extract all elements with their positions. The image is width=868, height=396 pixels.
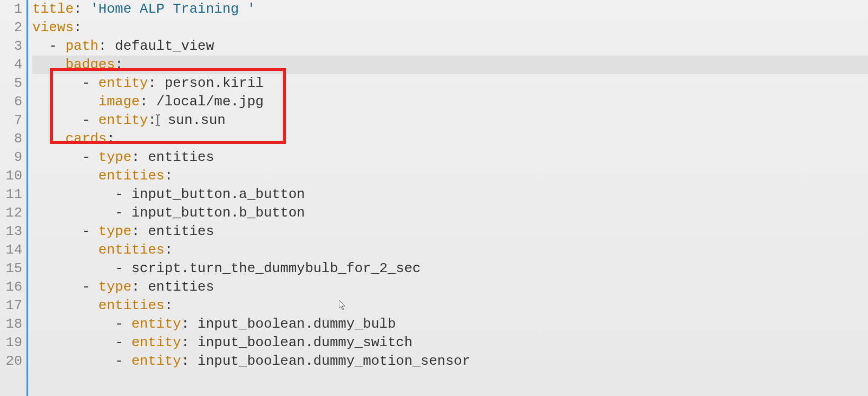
line-number: 6 bbox=[0, 93, 22, 111]
token-punct: : bbox=[131, 279, 148, 295]
line-number-gutter: 1234567891011121314151617181920 bbox=[0, 0, 26, 396]
token-key: image bbox=[99, 94, 140, 110]
token-key: entity bbox=[131, 353, 181, 369]
line-number: 19 bbox=[0, 334, 22, 352]
token-key: type bbox=[99, 223, 131, 239]
line-number: 4 bbox=[0, 56, 22, 74]
token-punct: - bbox=[49, 38, 65, 54]
code-line[interactable]: entities: bbox=[32, 296, 868, 315]
token-punct: : bbox=[165, 298, 173, 313]
token-punct: : bbox=[131, 149, 148, 165]
line-number: 3 bbox=[0, 37, 22, 56]
code-line[interactable]: - path: default_view bbox=[32, 37, 868, 56]
token-punct: - bbox=[115, 335, 131, 350]
token-plain: entities bbox=[148, 279, 214, 295]
line-number: 20 bbox=[0, 352, 22, 371]
line-number: 12 bbox=[0, 204, 22, 222]
token-plain: default_view bbox=[115, 38, 214, 54]
line-number: 5 bbox=[0, 74, 22, 93]
token-plain: sun.sun bbox=[168, 112, 226, 128]
code-line[interactable]: - input_button.b_button bbox=[32, 204, 868, 222]
token-punct: : bbox=[181, 316, 198, 332]
token-punct: - bbox=[82, 112, 99, 128]
token-punct bbox=[159, 112, 168, 128]
line-number: 17 bbox=[0, 296, 22, 315]
line-number: 8 bbox=[0, 130, 22, 148]
token-plain: input_button.a_button bbox=[131, 186, 305, 202]
code-line[interactable]: - entity: person.kiril bbox=[32, 74, 868, 93]
token-punct: : bbox=[140, 94, 156, 110]
token-key: entity bbox=[99, 75, 148, 91]
code-line[interactable]: - input_button.a_button bbox=[32, 185, 868, 204]
token-punct: : bbox=[74, 1, 90, 17]
code-line[interactable]: cards: bbox=[32, 130, 868, 148]
line-number: 11 bbox=[0, 185, 22, 204]
code-line[interactable]: - entity: sun.sun bbox=[32, 111, 868, 130]
token-punct: : bbox=[99, 38, 115, 54]
token-key: badges bbox=[65, 57, 115, 73]
code-line[interactable]: - entity: input_boolean.dummy_switch bbox=[32, 334, 868, 352]
token-plain: input_button.b_button bbox=[131, 205, 305, 221]
code-line[interactable]: - type: entities bbox=[32, 222, 868, 241]
line-number: 18 bbox=[0, 315, 22, 334]
token-punct: - bbox=[115, 316, 131, 332]
token-punct: : bbox=[165, 242, 173, 258]
token-plain: input_boolean.dummy_bulb bbox=[198, 316, 396, 332]
token-key: type bbox=[99, 149, 131, 165]
line-number: 2 bbox=[0, 19, 22, 37]
line-number: 7 bbox=[0, 111, 22, 130]
line-number: 14 bbox=[0, 241, 22, 259]
code-line[interactable]: - type: entities bbox=[32, 148, 868, 167]
token-punct: : bbox=[148, 75, 164, 91]
token-plain: entities bbox=[148, 223, 214, 239]
line-number: 1 bbox=[0, 0, 22, 19]
token-plain: input_boolean.dummy_switch bbox=[198, 335, 413, 350]
token-punct: - bbox=[82, 149, 99, 165]
code-line[interactable]: entities: bbox=[32, 241, 868, 259]
token-punct: - bbox=[82, 279, 99, 295]
token-plain: input_boolean.dummy_motion_sensor bbox=[198, 353, 470, 369]
mouse-cursor-icon bbox=[339, 299, 346, 310]
line-number: 16 bbox=[0, 278, 22, 296]
token-key: entity bbox=[131, 335, 181, 350]
token-key: entity bbox=[99, 112, 148, 128]
token-plain: person.kiril bbox=[165, 75, 264, 91]
line-number: 9 bbox=[0, 148, 22, 167]
token-key: entity bbox=[131, 316, 181, 332]
line-number: 13 bbox=[0, 222, 22, 241]
code-line[interactable]: entities: bbox=[32, 167, 868, 185]
code-editor[interactable]: 1234567891011121314151617181920 title: '… bbox=[0, 0, 868, 396]
token-key: type bbox=[99, 279, 131, 295]
token-punct: - bbox=[115, 205, 131, 221]
code-line[interactable]: - entity: input_boolean.dummy_bulb bbox=[32, 315, 868, 334]
code-line[interactable]: views: bbox=[32, 19, 868, 37]
token-key: entities bbox=[99, 242, 165, 258]
token-key: cards bbox=[65, 131, 106, 147]
token-punct: - bbox=[115, 260, 131, 276]
code-line[interactable]: - script.turn_the_dummybulb_for_2_sec bbox=[32, 259, 868, 278]
token-punct: : bbox=[106, 131, 115, 147]
token-key: entities bbox=[99, 168, 165, 184]
code-line[interactable]: - entity: input_boolean.dummy_motion_sen… bbox=[32, 352, 868, 371]
token-punct: : bbox=[181, 353, 198, 369]
token-plain: entities bbox=[148, 149, 214, 165]
token-punct: - bbox=[115, 186, 131, 202]
token-punct: - bbox=[115, 353, 131, 369]
code-line[interactable]: title: 'Home ALP Training ' bbox=[32, 0, 868, 19]
token-key: title bbox=[32, 1, 74, 17]
token-punct: : bbox=[165, 168, 173, 184]
code-area[interactable]: title: 'Home ALP Training 'views: - path… bbox=[28, 0, 868, 396]
token-key: entities bbox=[99, 298, 165, 313]
token-punct: : bbox=[115, 57, 123, 73]
line-number: 10 bbox=[0, 167, 22, 185]
token-punct: : bbox=[131, 223, 148, 239]
token-key: path bbox=[65, 38, 98, 54]
code-line[interactable]: - type: entities bbox=[32, 278, 868, 296]
code-line[interactable]: image: /local/me.jpg bbox=[32, 93, 868, 111]
code-line[interactable]: badges: bbox=[32, 56, 868, 74]
token-punct: : bbox=[181, 335, 198, 350]
token-punct: : bbox=[74, 20, 82, 35]
token-plain: script.turn_the_dummybulb_for_2_sec bbox=[131, 260, 420, 276]
token-punct: - bbox=[82, 75, 99, 91]
token-str: 'Home ALP Training ' bbox=[90, 1, 255, 17]
